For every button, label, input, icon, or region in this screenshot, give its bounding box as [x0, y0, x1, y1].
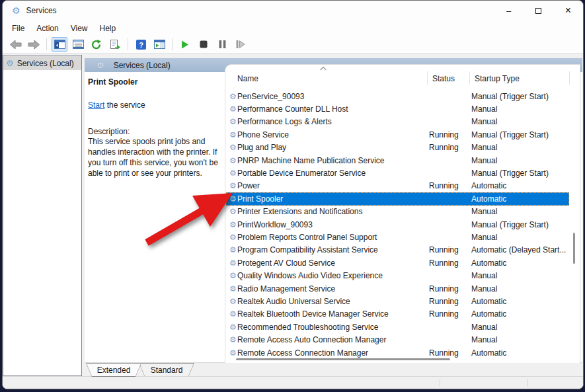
forward-button[interactable] [26, 37, 42, 52]
service-gear-icon: ⚙ [226, 195, 237, 203]
service-row[interactable]: ⚙ Quality Windows Audio Video Experience… [226, 269, 569, 282]
service-gear-icon: ⚙ [226, 297, 237, 305]
column-divider[interactable] [569, 71, 570, 85]
properties-button[interactable] [70, 37, 86, 52]
column-divider[interactable] [469, 71, 470, 85]
start-service-button[interactable] [177, 37, 193, 52]
vertical-scrollbar[interactable] [573, 233, 575, 264]
service-startup-cell: Automatic [467, 348, 569, 358]
minimize-icon: – [506, 6, 511, 16]
column-header-name[interactable]: Name [237, 74, 258, 83]
service-gear-icon: ⚙ [226, 246, 237, 254]
stop-service-button[interactable] [196, 37, 212, 52]
service-startup-cell: Manual (Trigger Start) [467, 169, 569, 178]
view-tabs: ExtendedStandard [86, 363, 192, 377]
help-button[interactable]: ? [133, 37, 149, 52]
close-button[interactable]: × [553, 1, 583, 20]
show-extended-view-button[interactable] [151, 37, 167, 52]
selected-service-name: Print Spooler [88, 77, 224, 87]
pause-service-icon [219, 40, 226, 48]
minimize-button[interactable]: – [494, 1, 524, 20]
service-status-cell: Running [425, 181, 467, 190]
service-row[interactable]: ⚙ Protegent AV Cloud Service Running Aut… [226, 256, 569, 269]
service-startup-cell: Manual [467, 143, 569, 152]
service-row[interactable]: ⚙ Remote Access Connection Manager Runni… [226, 346, 569, 359]
start-service-link[interactable]: Start [88, 100, 104, 110]
service-gear-icon: ⚙ [226, 208, 237, 216]
horizontal-scrollbar[interactable] [236, 358, 450, 360]
tab-standard[interactable]: Standard [139, 363, 194, 377]
service-name-cell: Printer Extensions and Notifications [237, 207, 425, 216]
service-row[interactable]: ⚙ Power Running Automatic [226, 180, 569, 192]
statusbar-divider [527, 379, 527, 387]
service-row[interactable]: ⚙ Performance Counter DLL Host Manual [226, 102, 569, 115]
service-gear-icon: ⚙ [226, 105, 237, 113]
sidebar-item-services-local[interactable]: ⚙ Services (Local) [3, 56, 81, 70]
service-name-cell: Remote Access Connection Manager [237, 348, 425, 358]
column-header-status[interactable]: Status [432, 74, 455, 83]
service-startup-cell: Manual [467, 335, 569, 344]
service-name-cell: Recommended Troubleshooting Service [237, 323, 425, 332]
services-list-panel: Name Status Startup Type ⚙ PenService_90… [225, 64, 580, 363]
service-name-cell: Radio Management Service [237, 284, 425, 294]
services-window: ⚙ Services – × FileActionViewHelp [2, 0, 584, 389]
service-gear-icon: ⚙ [226, 285, 237, 293]
service-rows: ⚙ PenService_90093 Manual (Trigger Start… [226, 90, 569, 359]
service-gear-icon: ⚙ [226, 93, 237, 100]
service-row[interactable]: ⚙ Recommended Troubleshooting Service Ma… [226, 321, 569, 333]
service-startup-cell: Automatic [467, 309, 569, 319]
service-row[interactable]: ⚙ PenService_90093 Manual (Trigger Start… [226, 90, 569, 102]
description-pane: Print Spooler Start the service Descript… [88, 77, 224, 178]
service-row[interactable]: ⚙ Printer Extensions and Notifications M… [226, 206, 569, 218]
service-startup-cell: Manual (Trigger Start) [467, 92, 569, 101]
services-gear-icon: ⚙ [97, 61, 104, 69]
service-name-cell: Problem Reports Control Panel Support [237, 233, 425, 242]
service-name-cell: Realtek Audio Universal Service [237, 297, 425, 306]
close-icon: × [565, 5, 571, 17]
service-name-cell: Remote Access Auto Connection Manager [237, 335, 425, 344]
service-row[interactable]: ⚙ Program Compatibility Assistant Servic… [226, 244, 569, 256]
service-status-cell: Running [425, 245, 467, 255]
tab-label: Extended [87, 364, 141, 376]
service-row[interactable]: ⚙ PrintWorkflow_90093 Manual (Trigger St… [226, 218, 569, 231]
title-bar[interactable]: ⚙ Services – × [3, 1, 583, 20]
menu-action[interactable]: Action [30, 22, 64, 34]
column-divider[interactable] [427, 71, 428, 85]
menu-help[interactable]: Help [94, 22, 122, 34]
service-startup-cell: Manual (Trigger Start) [467, 220, 569, 229]
statusbar-divider [440, 379, 440, 387]
menu-view[interactable]: View [65, 22, 94, 34]
stop-service-icon [200, 40, 208, 48]
main-header-label: Services (Local) [114, 61, 171, 70]
service-row[interactable]: ⚙ PNRP Machine Name Publication Service … [226, 154, 569, 167]
service-gear-icon: ⚙ [226, 259, 237, 267]
back-button[interactable] [7, 37, 23, 52]
service-row[interactable]: ⚙ Realtek Bluetooth Device Manager Servi… [226, 308, 569, 321]
service-startup-cell: Manual [467, 233, 569, 242]
maximize-button[interactable] [524, 1, 553, 20]
column-header-startup-type[interactable]: Startup Type [475, 74, 520, 83]
service-row[interactable]: ⚙ Radio Management Service Running Manua… [226, 282, 569, 295]
show-console-tree-button[interactable] [52, 37, 67, 52]
service-row[interactable]: ⚙ Problem Reports Control Panel Support … [226, 231, 569, 243]
tab-extended[interactable]: Extended [86, 363, 141, 377]
service-row[interactable]: ⚙ Realtek Audio Universal Service Runnin… [226, 295, 569, 307]
service-row[interactable]: ⚙ Remote Access Auto Connection Manager … [226, 333, 569, 346]
pause-service-button[interactable] [214, 37, 230, 52]
service-gear-icon: ⚙ [226, 323, 237, 331]
window-controls: – × [494, 1, 583, 20]
service-startup-cell: Automatic (Delayed Start... [467, 245, 569, 255]
service-row[interactable]: ⚙ Print Spooler Automatic [226, 192, 569, 205]
refresh-button[interactable] [89, 37, 104, 52]
export-list-button[interactable] [107, 37, 123, 52]
service-row[interactable]: ⚙ Portable Device Enumerator Service Man… [226, 167, 569, 179]
menu-file[interactable]: File [6, 22, 30, 34]
console-tree-panel: ⚙ Services (Local) [3, 55, 82, 376]
service-row[interactable]: ⚙ Performance Logs & Alerts Manual [226, 116, 569, 128]
service-row[interactable]: ⚙ Plug and Play Running Manual [226, 141, 569, 154]
service-row[interactable]: ⚙ Phone Service Running Manual (Trigger … [226, 128, 569, 141]
service-name-cell: Portable Device Enumerator Service [237, 169, 425, 178]
service-startup-cell: Manual (Trigger Start) [467, 130, 569, 139]
restart-service-button[interactable] [233, 37, 249, 52]
service-status-cell: Running [425, 348, 467, 358]
